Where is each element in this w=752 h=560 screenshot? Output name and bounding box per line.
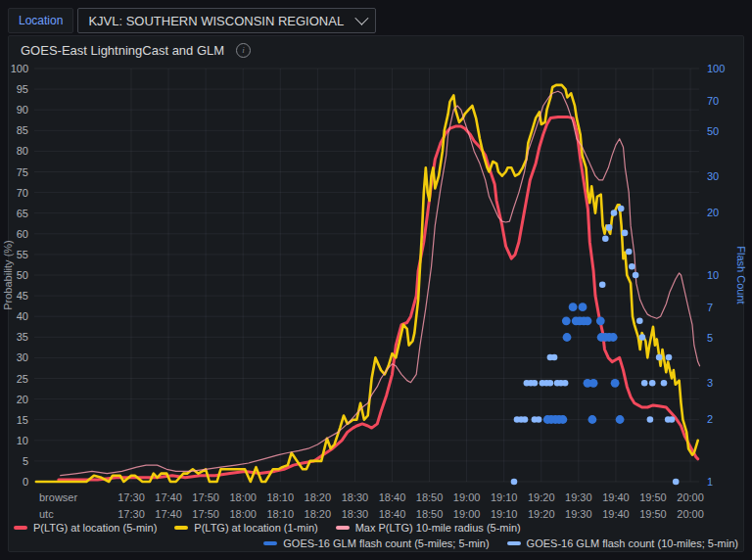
y-left-tick-label: 15 — [17, 414, 28, 426]
x-axis-row-label: utc — [39, 508, 54, 520]
series-point-4 — [636, 318, 643, 325]
chevron-down-icon — [354, 11, 368, 24]
x-tick-label: 17:40 — [155, 491, 182, 503]
x-tick-label: 17:50 — [192, 491, 219, 503]
dashboard-variable-bar: Location KJVL: SOUTHERN WISCONSIN REGION… — [8, 8, 376, 33]
location-variable-label: Location — [8, 8, 73, 33]
legend-swatch-icon — [263, 541, 277, 545]
info-icon[interactable]: i — [236, 43, 251, 58]
series-point-4 — [622, 230, 629, 237]
series-point-3 — [584, 316, 592, 325]
legend-swatch-icon — [336, 526, 350, 530]
series-point-3 — [616, 415, 625, 424]
x-tick-label: 18:30 — [342, 491, 369, 503]
x-tick-label: 18:10 — [267, 491, 295, 503]
legend-item[interactable]: GOES-16 GLM flash count (10-miles; 5-min… — [507, 537, 738, 549]
legend-label: P(LTG) at location (1-min) — [194, 522, 317, 534]
series-point-4 — [532, 380, 539, 387]
x-tick-label: 20:00 — [677, 508, 704, 520]
y-right-tick-label: 100 — [707, 63, 725, 74]
y-right-tick-label: 2 — [707, 413, 713, 425]
series-point-3 — [589, 379, 598, 388]
y-left-tick-label: 95 — [17, 83, 28, 95]
panel-header[interactable]: GOES-East LightningCast and GLM i — [9, 36, 743, 58]
legend-label: GOES-16 GLM flash count (10-miles; 5-min… — [527, 537, 738, 549]
y-left-tick-label: 10 — [17, 435, 28, 446]
y-left-tick-label: 5 — [23, 455, 28, 467]
legend-row-lines: P(LTG) at location (5-min)P(LTG) at loca… — [14, 520, 738, 536]
x-tick-label: 18:40 — [379, 508, 406, 520]
x-tick-label: 18:20 — [305, 508, 332, 520]
x-axis-row-label: browser — [39, 491, 77, 503]
x-tick-label: 19:50 — [639, 491, 667, 503]
series-line-1 — [36, 85, 698, 482]
x-tick-label: 18:50 — [416, 508, 444, 520]
series-point-4 — [551, 354, 558, 361]
y-left-axis-title: Probability (%) — [2, 240, 14, 310]
y-left-tick-label: 100 — [11, 63, 28, 74]
x-tick-label: 18:00 — [229, 491, 257, 503]
legend-swatch-icon — [174, 526, 188, 530]
series-point-3 — [562, 316, 571, 325]
series-point-4 — [629, 263, 635, 270]
y-left-tick-label: 35 — [17, 331, 28, 343]
y-left-tick-label: 80 — [17, 145, 28, 157]
y-right-tick-label: 7 — [707, 302, 713, 313]
series-point-4 — [641, 380, 648, 387]
x-tick-label: 20:00 — [677, 491, 704, 503]
legend-label: P(LTG) at location (5-min) — [33, 522, 157, 534]
x-tick-label: 18:50 — [416, 491, 444, 503]
x-tick-label: 17:30 — [118, 508, 145, 520]
series-point-4 — [618, 206, 625, 212]
series-point-3 — [596, 316, 605, 325]
series-point-4 — [649, 380, 656, 387]
series-point-3 — [563, 333, 572, 342]
series-point-4 — [536, 416, 542, 423]
location-dropdown-value: KJVL: SOUTHERN WISCONSIN REGIONAL — [88, 14, 344, 28]
legend-item[interactable]: Max P(LTG) 10-mile radius (5-min) — [336, 522, 521, 534]
series-point-4 — [599, 281, 606, 288]
y-right-axis-title: Flash Count — [735, 246, 747, 303]
y-right-tick-label: 3 — [707, 377, 713, 389]
legend-item[interactable]: GOES-16 GLM flash count (5-miles; 5-min) — [263, 537, 489, 549]
y-left-tick-label: 50 — [17, 269, 28, 281]
y-right-tick-label: 1 — [707, 476, 713, 488]
series-point-4 — [511, 479, 518, 486]
location-dropdown[interactable]: KJVL: SOUTHERN WISCONSIN REGIONAL — [77, 8, 376, 33]
y-left-tick-label: 75 — [17, 166, 28, 178]
series-point-4 — [562, 380, 569, 387]
series-point-4 — [669, 416, 676, 423]
x-tick-label: 19:10 — [491, 491, 518, 503]
x-tick-label: 19:40 — [602, 491, 630, 503]
y-left-tick-label: 60 — [17, 228, 28, 240]
legend-item[interactable]: P(LTG) at location (1-min) — [174, 522, 317, 534]
x-tick-label: 18:40 — [379, 491, 406, 503]
series-point-4 — [626, 249, 633, 256]
x-tick-label: 19:00 — [453, 491, 481, 503]
legend-item[interactable]: P(LTG) at location (5-min) — [14, 522, 157, 534]
y-left-tick-label: 55 — [17, 249, 28, 260]
series-point-4 — [522, 416, 529, 423]
chart-canvas[interactable]: 0510152025303540455055606570758085909510… — [0, 59, 752, 521]
series-point-4 — [606, 224, 613, 231]
x-tick-label: 18:10 — [267, 508, 295, 520]
series-point-3 — [611, 379, 620, 388]
x-tick-label: 19:50 — [639, 508, 667, 520]
y-left-tick-label: 85 — [17, 124, 28, 136]
series-point-4 — [611, 210, 618, 216]
x-tick-label: 19:10 — [491, 508, 518, 520]
x-tick-label: 19:40 — [602, 508, 630, 520]
y-left-tick-label: 20 — [17, 394, 28, 405]
x-tick-label: 17:30 — [118, 491, 145, 503]
series-point-4 — [656, 354, 663, 361]
series-point-4 — [673, 479, 680, 486]
series-point-3 — [609, 333, 618, 342]
legend-label: GOES-16 GLM flash count (5-miles; 5-min) — [283, 537, 489, 549]
x-tick-label: 19:20 — [528, 508, 555, 520]
series-point-4 — [602, 236, 609, 243]
y-left-tick-label: 25 — [17, 373, 28, 385]
y-right-tick-label: 5 — [707, 332, 713, 344]
series-line-0 — [59, 117, 698, 480]
x-tick-label: 19:30 — [565, 491, 592, 503]
series-point-4 — [639, 334, 646, 341]
